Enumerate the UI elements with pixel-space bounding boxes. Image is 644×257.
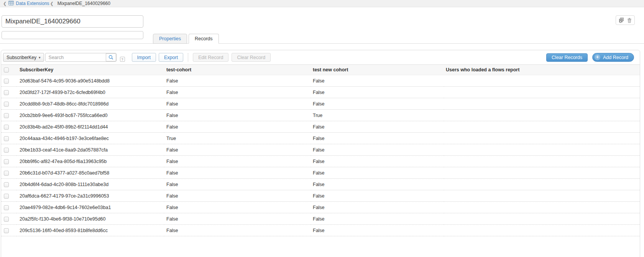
row-checkbox-cell bbox=[1, 133, 16, 144]
records-toolbar: SubscriberKey ▾ ? Import Export Edit Rec… bbox=[1, 50, 640, 64]
cell-subscriber-key: 20b4d6f4-6dad-4c20-808b-1111e30abe3d bbox=[16, 179, 164, 190]
row-checkbox[interactable] bbox=[4, 102, 9, 107]
row-checkbox[interactable] bbox=[4, 194, 9, 199]
select-all-cell bbox=[1, 65, 16, 75]
cell-users-flows-report bbox=[444, 110, 640, 121]
table-row[interactable]: 20c83b4b-ad2e-45f0-89b2-6f2114dd1d44 Fal… bbox=[1, 121, 640, 133]
table-row[interactable]: 20af6dca-6627-4179-97ce-2a31c9996053 Fal… bbox=[1, 190, 640, 202]
row-checkbox[interactable] bbox=[4, 205, 9, 210]
cell-test-new-cohort: True bbox=[311, 110, 444, 121]
cell-users-flows-report bbox=[444, 190, 640, 202]
cell-subscriber-key: 20bb9f6c-af82-47ea-805d-f6a13963c95b bbox=[16, 156, 164, 167]
cell-users-flows-report bbox=[444, 179, 640, 190]
cell-test-cohort: False bbox=[164, 98, 311, 110]
cell-users-flows-report bbox=[444, 98, 640, 110]
cell-users-flows-report bbox=[444, 202, 640, 213]
back-chevron-icon[interactable]: ❮ bbox=[3, 1, 7, 6]
trash-icon[interactable] bbox=[627, 18, 632, 23]
cell-users-flows-report bbox=[444, 87, 640, 98]
clear-records-button[interactable]: Clear Records bbox=[546, 53, 588, 62]
records-table-body: 20d63baf-5476-4c95-9036-a90e5148bdd8 Fal… bbox=[1, 75, 640, 236]
cell-subscriber-key: 20cdd8b8-9cb7-48db-86cc-8fdc7018986d bbox=[16, 98, 164, 110]
table-row[interactable]: 20a2f5fc-f130-4be6-9f38-10e710e95d60 Fal… bbox=[1, 213, 640, 225]
export-button[interactable]: Export bbox=[159, 53, 183, 62]
cell-subscriber-key: 20b6c31d-b07d-4377-a027-85c0aed7bf58 bbox=[16, 167, 164, 179]
row-checkbox[interactable] bbox=[4, 125, 9, 130]
row-checkbox-cell bbox=[1, 121, 16, 133]
row-checkbox[interactable] bbox=[4, 182, 9, 187]
row-checkbox-cell bbox=[1, 75, 16, 87]
table-row[interactable]: 20d3fd27-172f-4939-b72c-6cfedb69f4b0 Fal… bbox=[1, 87, 640, 98]
table-row[interactable]: 20c44aaa-434c-4946-b197-3e3ce6fae8ec Tru… bbox=[1, 133, 640, 144]
header-subscriber-key: SubscriberKey bbox=[16, 65, 164, 75]
row-checkbox-cell bbox=[1, 167, 16, 179]
cell-test-cohort: False bbox=[164, 190, 311, 202]
cell-test-new-cohort: False bbox=[311, 213, 444, 225]
clear-record-button[interactable]: Clear Record bbox=[232, 53, 271, 62]
table-row[interactable]: 20ae4979-082e-4db6-9c14-7602e6e03ba1 Fal… bbox=[1, 202, 640, 213]
cell-users-flows-report bbox=[444, 213, 640, 225]
add-record-label: Add Record bbox=[603, 55, 628, 60]
row-checkbox[interactable] bbox=[4, 159, 9, 164]
help-icon[interactable]: ? bbox=[120, 57, 125, 62]
row-checkbox-cell bbox=[1, 202, 16, 213]
table-row[interactable]: 20bb9f6c-af82-47ea-805d-f6a13963c95b Fal… bbox=[1, 156, 640, 167]
cell-test-new-cohort: False bbox=[311, 225, 444, 236]
breadcrumb: ❮ Data Extensions ❮ MixpanelDE_164002966… bbox=[0, 0, 644, 7]
cell-test-cohort: True bbox=[164, 133, 311, 144]
duplicate-icon[interactable] bbox=[619, 17, 624, 23]
cell-test-cohort: False bbox=[164, 75, 311, 87]
cell-test-new-cohort: False bbox=[311, 167, 444, 179]
table-row[interactable]: 20cb2bb9-9ee6-493f-bc67-755fcca66ed0 Fal… bbox=[1, 110, 640, 121]
row-checkbox[interactable] bbox=[4, 113, 9, 118]
cell-users-flows-report bbox=[444, 167, 640, 179]
row-checkbox-cell bbox=[1, 87, 16, 98]
row-checkbox-cell bbox=[1, 213, 16, 225]
cell-test-new-cohort: False bbox=[311, 156, 444, 167]
table-row[interactable]: 209c5136-16f0-40ed-8593-81b8fe8dd6cc Fal… bbox=[1, 225, 640, 236]
cell-test-cohort: False bbox=[164, 121, 311, 133]
tab-records[interactable]: Records bbox=[189, 34, 219, 44]
search-icon bbox=[108, 55, 113, 60]
cell-test-new-cohort: False bbox=[311, 133, 444, 144]
cell-test-cohort: False bbox=[164, 87, 311, 98]
table-row[interactable]: 20cdd8b8-9cb7-48db-86cc-8fdc7018986d Fal… bbox=[1, 98, 640, 110]
cell-test-cohort: False bbox=[164, 202, 311, 213]
cell-test-cohort: False bbox=[164, 144, 311, 156]
add-record-button[interactable]: + Add Record bbox=[592, 53, 634, 62]
cell-subscriber-key: 20cb2bb9-9ee6-493f-bc67-755fcca66ed0 bbox=[16, 110, 164, 121]
row-checkbox[interactable] bbox=[4, 90, 9, 95]
search-field-dropdown[interactable]: SubscriberKey ▾ bbox=[3, 53, 44, 62]
tab-properties[interactable]: Properties bbox=[153, 34, 187, 44]
records-table: SubscriberKey test-cohort test new cohor… bbox=[1, 64, 640, 236]
search-button[interactable] bbox=[106, 53, 116, 61]
cell-test-cohort: False bbox=[164, 156, 311, 167]
cell-users-flows-report bbox=[444, 156, 640, 167]
cell-test-cohort: False bbox=[164, 167, 311, 179]
table-row[interactable]: 20b4d6f4-6dad-4c20-808b-1111e30abe3d Fal… bbox=[1, 179, 640, 190]
cell-test-new-cohort: False bbox=[311, 75, 444, 87]
chevron-down-icon: ▾ bbox=[39, 56, 41, 59]
cell-test-cohort: False bbox=[164, 213, 311, 225]
data-extension-name-input[interactable] bbox=[2, 15, 143, 28]
edit-record-button[interactable]: Edit Record bbox=[193, 53, 228, 62]
cell-subscriber-key: 20c83b4b-ad2e-45f0-89b2-6f2114dd1d44 bbox=[16, 121, 164, 133]
table-row[interactable]: 20b6c31d-b07d-4377-a027-85c0aed7bf58 Fal… bbox=[1, 167, 640, 179]
table-row[interactable]: 20be1b33-ceaf-41ce-8aa9-2da057887cfa Fal… bbox=[1, 144, 640, 156]
cell-users-flows-report bbox=[444, 144, 640, 156]
header-test-cohort: test-cohort bbox=[164, 65, 311, 75]
import-button[interactable]: Import bbox=[132, 53, 156, 62]
row-checkbox[interactable] bbox=[4, 79, 9, 84]
cell-subscriber-key: 209c5136-16f0-40ed-8593-81b8fe8dd6cc bbox=[16, 225, 164, 236]
cell-test-new-cohort: False bbox=[311, 144, 444, 156]
row-checkbox[interactable] bbox=[4, 148, 9, 153]
row-checkbox[interactable] bbox=[4, 228, 9, 233]
cell-users-flows-report bbox=[444, 133, 640, 144]
row-checkbox[interactable] bbox=[4, 136, 9, 141]
table-row[interactable]: 20d63baf-5476-4c95-9036-a90e5148bdd8 Fal… bbox=[1, 75, 640, 87]
row-checkbox[interactable] bbox=[4, 171, 9, 176]
row-checkbox[interactable] bbox=[4, 217, 9, 222]
select-all-checkbox[interactable] bbox=[4, 68, 9, 72]
breadcrumb-link-data-extensions[interactable]: Data Extensions bbox=[16, 1, 49, 6]
cell-subscriber-key: 20af6dca-6627-4179-97ce-2a31c9996053 bbox=[16, 190, 164, 202]
